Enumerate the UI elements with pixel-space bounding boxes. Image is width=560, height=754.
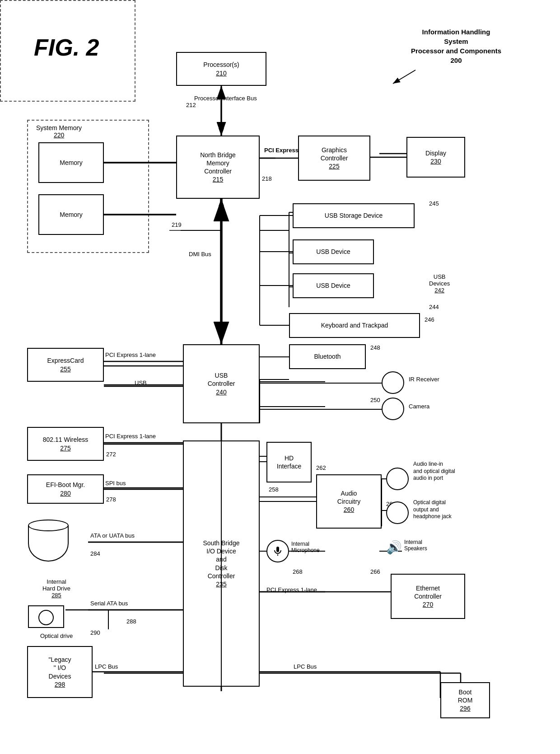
- pci-1lane-label1: PCI Express 1-lane: [105, 351, 156, 358]
- ref-219: 219: [172, 221, 182, 228]
- system-label: Information Handling System Processor an…: [411, 27, 501, 65]
- ref-218: 218: [262, 175, 272, 182]
- expresscard-box: ExpressCard 255: [27, 348, 104, 382]
- internal-hd-label: InternalHard Drive 285: [27, 578, 86, 599]
- internal-hd-cylinder: [28, 520, 69, 562]
- svg-marker-5: [219, 128, 224, 136]
- usb-controller-box: USBController 240: [183, 344, 260, 423]
- pci-1lane-label2: PCI Express 1-lane: [105, 433, 156, 440]
- memory2-box: Memory: [38, 194, 104, 235]
- usb-device2-box: USB Device: [293, 273, 374, 298]
- camera-label: Camera: [409, 403, 429, 410]
- boot-rom-box: BootROM 296: [440, 682, 490, 718]
- ata-bus-label: ATA or UATA bus: [90, 532, 135, 539]
- ref-248: 248: [370, 344, 380, 351]
- north-bridge-box: North BridgeMemoryController 215: [176, 136, 260, 199]
- svg-marker-12: [219, 199, 224, 206]
- dmi-bus-label: DMI Bus: [189, 251, 211, 258]
- svg-marker-13: [219, 323, 224, 330]
- display-box: Display 230: [406, 137, 465, 178]
- processor-box: Processor(s) 210: [176, 52, 266, 86]
- optical-out-label: Optical digitaloutput andheadphone jack: [413, 499, 452, 520]
- usb-device1-box: USB Device: [293, 239, 374, 264]
- pci-express-label: PCI Express: [264, 147, 299, 154]
- internal-speakers-label: InternalSpeakers: [404, 539, 427, 552]
- ref-268: 268: [293, 568, 303, 575]
- ir-receiver-icon: [382, 371, 404, 394]
- south-bridge-box: South BridgeI/O DeviceandDiskController …: [183, 440, 260, 687]
- keyboard-box: Keyboard and Trackpad: [289, 313, 420, 338]
- graphics-box: GraphicsController 225: [298, 136, 370, 181]
- legacy-io-box: "Legacy" I/ODevices 298: [27, 646, 93, 698]
- audio-circuitry-box: AudioCircuitry 260: [316, 474, 382, 529]
- svg-line-0: [393, 70, 415, 84]
- svg-marker-4: [219, 87, 224, 94]
- spi-bus-label: SPI bus: [105, 480, 126, 487]
- ref-284: 284: [90, 550, 100, 557]
- audio-in-label: Audio line-inand optical digitalaudio in…: [413, 461, 455, 482]
- pci-1lane-label3: PCI Express 1-lane: [266, 586, 317, 593]
- ref-246: 246: [425, 316, 434, 323]
- ref-250: 250: [370, 397, 380, 403]
- internal-speakers-icon: 🔊: [386, 540, 402, 555]
- internal-mic-label: InternalMicrophone: [291, 541, 320, 553]
- ref-258: 258: [269, 486, 279, 493]
- usb-storage-box: USB Storage Device: [293, 203, 415, 228]
- fig-title: FIG. 2: [34, 34, 99, 61]
- ethernet-box: EthernetController 270: [391, 574, 465, 619]
- ir-receiver-label: IR Receiver: [409, 376, 439, 383]
- processor-bus-label: Processor Interface Bus: [194, 95, 257, 102]
- lpc-bus-right-label: LPC Bus: [294, 663, 317, 670]
- diagram-container: FIG. 2 Information Handling System Proce…: [0, 0, 560, 754]
- internal-mic-icon: [266, 540, 289, 562]
- hd-interface-box: HDInterface: [266, 442, 312, 482]
- ref-288: 288: [126, 618, 136, 625]
- wireless-box: 802.11 Wireless 275: [27, 427, 104, 461]
- ref-212: 212: [186, 102, 196, 108]
- audio-in-icon: [386, 468, 409, 490]
- usb-devices-label: USBDevices 242: [429, 273, 450, 294]
- serial-ata-label: Serial ATA bus: [90, 600, 128, 607]
- lpc-bus-left-label: LPC Bus: [95, 663, 118, 670]
- ref-290: 290: [90, 629, 100, 636]
- ref-278: 278: [106, 496, 116, 503]
- ref-262: 262: [316, 464, 326, 471]
- bluetooth-box: Bluetooth: [289, 344, 366, 369]
- svg-rect-43: [276, 547, 279, 552]
- ref-272: 272: [106, 451, 116, 458]
- efi-boot-box: EFI-Boot Mgr. 280: [27, 474, 104, 504]
- system-memory-label: System Memory 220: [36, 124, 82, 139]
- ref-244: 244: [429, 304, 439, 310]
- optical-out-icon: [386, 501, 409, 524]
- memory1-box: Memory: [38, 142, 104, 183]
- usb-label1: USB: [135, 379, 147, 386]
- camera-icon: [382, 398, 404, 420]
- optical-drive-icon: [28, 605, 64, 628]
- ref-266: 266: [370, 568, 380, 575]
- optical-drive-label: Optical drive: [25, 632, 88, 639]
- ref-245: 245: [429, 200, 439, 207]
